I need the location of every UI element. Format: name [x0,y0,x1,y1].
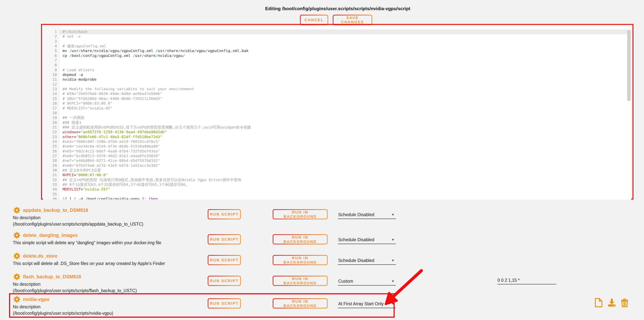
script-row: nvidia-vgpu No description (/boot/config… [0,296,644,320]
schedule-selected-value: At First Array Start Only [338,301,384,306]
schedule-selected-value: Schedule Disabled [338,258,374,263]
cancel-button[interactable]: CANCEL [300,15,328,25]
chevron-down-icon: ▼ [392,238,394,241]
run-script-button[interactable]: RUN SCRIPT [208,276,241,286]
code-line: ### 定义虚拟机使用的vGPU的UUID,按下方vGPU的类型按需增删,分几个… [62,125,251,130]
script-name-link[interactable]: delete.ds_store [23,253,58,259]
code-line: #!/bin/bash [62,30,251,34]
code-line: # Load drivers [62,68,251,72]
run-in-background-button[interactable]: RUN IN BACKGROUND [273,234,328,244]
run-script-button[interactable]: RUN SCRIPT [208,234,241,244]
code-line: mv /usr/share/nvidia/vgpu/vgpuConfig.xml… [62,49,251,53]
schedule-select[interactable]: Schedule Disabled ▼ [338,256,396,265]
script-description: No description [13,215,40,220]
download-icon[interactable] [608,298,616,307]
code-line: ## 定义vGPU的类型 玩游戏只用Q模式,其他都不考虑,更多信息可以在Nvid… [62,178,251,182]
code-line [62,58,251,63]
cron-input[interactable] [498,276,556,284]
run-in-background-button[interactable]: RUN IN BACKGROUND [273,209,328,219]
code-line: other="868bfe06-47c1-40a3-82df-ffd518be7… [62,135,251,139]
run-script-button[interactable]: RUN SCRIPT [208,255,241,265]
page-title: Editing /boot/config/plugins/user.script… [265,6,410,11]
run-in-background-button[interactable]: RUN IN BACKGROUND [273,276,328,286]
annotation-box-editor: 1234567891011121314151617181920212223242… [41,24,634,200]
script-description: This script will delete all .DS_Store fi… [13,261,165,266]
code-line: #vm7="e46b8864-0271-41ce-86b4-d5df5579d3… [62,158,251,163]
script-name-link[interactable]: nvidia-vgpu [23,297,49,302]
editor-scrollbar[interactable] [627,30,631,101]
code-line [62,82,251,87]
code-line: nvidia-modprobe [62,77,251,82]
script-path: (/boot/config/plugins/user.scripts/scrip… [13,311,113,316]
code-line: windows="ae9572f6-1259-4136-9aa4-497dda9… [62,130,251,134]
code-line: MDEVLIST="nvidia-257" [62,187,251,192]
code-line: #vm3="f090c00f-338b-47b4-a419-700101cd70… [62,139,251,144]
gear-icon [14,207,20,213]
schedule-select[interactable]: Schedule Disabled ▼ [338,236,396,244]
code-line: ## 8个1G显存写63,4个2G显存的写64,2个4G显存写65,1个8G显存… [62,182,251,187]
code-line: ## Modify the following variables to sui… [62,87,251,91]
script-path: (/boot/config/plugins/user.scripts/scrip… [13,288,137,293]
code-line: ### 段落1 [62,120,251,125]
user-scripts-page: { "header": { "title": "Editing /boot/co… [0,0,644,320]
script-name-link[interactable]: appdata_backup_to_DSM918 [23,207,88,213]
code-line: # 修改vgpuConfig.xml [62,44,251,49]
code-line: #vm8="6fb3f4a0-a17d-43e5-b4fd-1a52acc3e3… [62,163,251,168]
script-row: appdata_backup_to_DSM918 No description … [0,207,644,232]
code-line: #vm4="cee34c0a-6144-4f3e-8bdb-51538a98ba… [62,144,251,149]
code-line: # NVPCI="0000:03:00.0" [62,101,251,106]
code-line: #vm5="692c4c12-0def-4aa8-87b4-732fd5ef43… [62,149,251,154]
code-line: #vm6="bc4b8513-43f0-49d2-81b1-a4aa9fe358… [62,154,251,158]
script-editor[interactable]: 1234567891011121314151617181920212223242… [43,26,631,200]
code-line: # set -x [62,34,251,39]
run-script-button[interactable]: RUN SCRIPT [208,298,241,308]
code-line [62,39,251,44]
code-line: ## 一共两段 [62,115,251,120]
code-line: # UBU="5fd6286d-06ac-4406-8b06-f26511c26… [62,96,251,101]
code-line: # WIN="2b6976dd-8620-49de-8d8d-ae9ba47a5… [62,91,251,96]
code-line: ## 定义N卡的PCI位置 [62,168,251,173]
script-path: (/boot/config/plugins/user.scripts/scrip… [13,222,143,227]
script-description: No description [13,282,40,287]
code-line: if [ ! -d /boot/config/nvidia-vgpu ]; th… [62,197,251,200]
schedule-select[interactable]: Schedule Disabled ▼ [338,211,396,219]
line-numbers: 1234567891011121314151617181920212223242… [43,30,57,200]
code-line [62,63,251,68]
schedule-selected-value: Custom [338,279,353,284]
code-line [62,111,251,115]
chevron-down-icon: ▼ [392,279,394,283]
script-name-link[interactable]: delete_dangling_images [23,232,78,238]
run-in-background-button[interactable]: RUN IN BACKGROUND [273,255,328,265]
schedule-select[interactable]: Custom ▼ [338,277,396,285]
script-description: No description [13,304,40,309]
gear-icon [14,296,20,303]
script-name-link[interactable]: flash_backup_to_DSM918 [23,274,81,279]
script-row: flash_backup_to_DSM918 No description (/… [0,273,644,298]
gear-icon [14,232,20,239]
schedule-selected-value: Schedule Disabled [338,237,374,242]
code-line: NVPCI="0000:07:00.0" [62,173,251,177]
script-description: This simple script will delete any "dang… [13,240,161,245]
gear-icon [14,273,20,280]
code-line: depmod -a [62,72,251,77]
schedule-selected-value: Schedule Disabled [338,212,374,217]
code-line: cp /boot/config/vgpuConfig.xml /usr/shar… [62,53,251,58]
file-icon[interactable] [595,298,602,307]
chevron-down-icon: ▼ [392,259,394,262]
code-line [62,192,251,197]
gear-icon [14,253,20,259]
run-in-background-button[interactable]: RUN IN BACKGROUND [273,298,328,308]
save-changes-button[interactable]: SAVE CHANGES [333,15,372,25]
chevron-down-icon: ▼ [392,302,394,305]
schedule-select[interactable]: At First Array Start Only ▼ [338,300,396,308]
trash-icon[interactable] [621,298,628,307]
code-content: #!/bin/bash# set -x # 修改vgpuConfig.xmlmv… [62,30,251,200]
run-script-button[interactable]: RUN SCRIPT [208,209,241,219]
code-line: # MDEVLIST="nvidia-65" [62,106,251,111]
chevron-down-icon: ▼ [392,213,394,216]
